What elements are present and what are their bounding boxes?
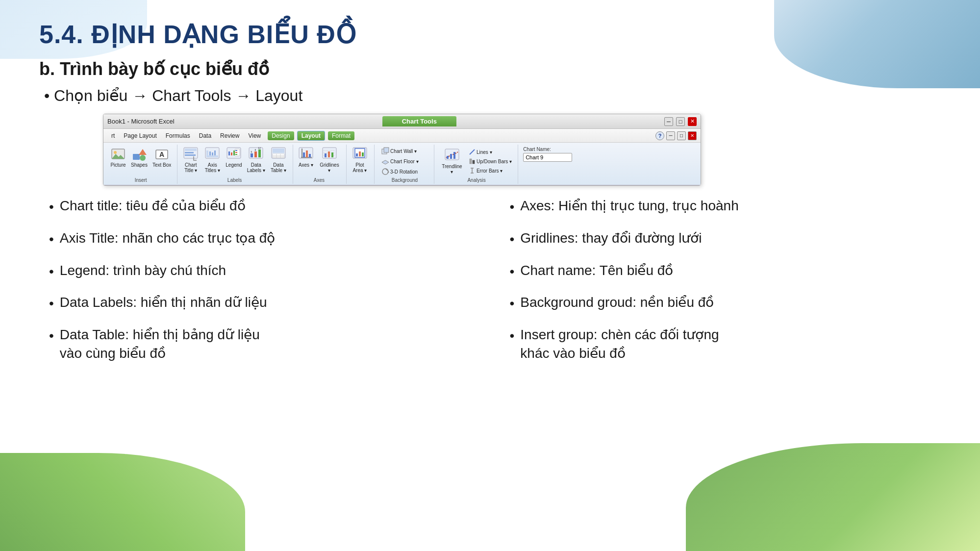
bullet-right-3-text: Chart name: Tên biểu đồ bbox=[520, 261, 673, 280]
svg-rect-17 bbox=[214, 150, 216, 155]
svg-text:8: 8 bbox=[255, 149, 256, 151]
svg-rect-15 bbox=[209, 151, 211, 155]
menu-item-layout[interactable]: Layout bbox=[297, 131, 325, 141]
ribbon-group-axes: Axes ▾ bbox=[294, 145, 347, 184]
svg-rect-55 bbox=[359, 151, 361, 156]
ribbon-group-plotarea: PlotArea ▾ bbox=[348, 145, 375, 184]
trendline-label: Trendline ▾ bbox=[441, 164, 463, 175]
svg-rect-22 bbox=[235, 154, 237, 155]
updown-bars-button[interactable]: Up/Down Bars ▾ bbox=[467, 157, 514, 166]
axes-buttons: Axes ▾ bbox=[296, 145, 342, 176]
menu-item-page-layout[interactable]: Page Layout bbox=[120, 131, 160, 140]
svg-rect-20 bbox=[235, 150, 237, 151]
trendline-button[interactable]: Trendline ▾ bbox=[439, 146, 465, 176]
svg-rect-68 bbox=[473, 160, 475, 164]
plot-area-button[interactable]: PlotArea ▾ bbox=[350, 146, 370, 174]
restore-ribbon-btn[interactable]: □ bbox=[677, 131, 686, 140]
svg-rect-54 bbox=[356, 153, 358, 156]
svg-marker-61 bbox=[387, 171, 389, 173]
chart-name-input[interactable] bbox=[523, 153, 572, 162]
svg-rect-56 bbox=[362, 152, 364, 156]
gridlines-button[interactable]: Gridlines ▾ bbox=[317, 146, 342, 174]
minimize-btn[interactable]: ─ bbox=[664, 117, 673, 126]
menu-item-rt[interactable]: rt bbox=[107, 131, 119, 140]
svg-rect-28 bbox=[254, 151, 257, 157]
window-title: Book1 - Microsoft Excel bbox=[107, 118, 175, 125]
bullet-dot-r5: • bbox=[510, 326, 515, 345]
menu-item-formulas[interactable]: Formulas bbox=[162, 131, 194, 140]
data-labels-icon: 5 8 12 bbox=[248, 147, 264, 162]
svg-rect-29 bbox=[258, 150, 261, 157]
updown-bars-label: Up/Down Bars ▾ bbox=[477, 159, 512, 164]
picture-button[interactable]: Picture bbox=[108, 146, 128, 169]
bullet-right-4-text: Background groud: nền biểu đồ bbox=[520, 293, 714, 312]
insert-group-label: Insert bbox=[135, 177, 147, 184]
svg-rect-34 bbox=[273, 149, 284, 153]
window-controls: ─ □ ✕ bbox=[664, 117, 697, 126]
svg-text:A: A bbox=[159, 150, 164, 158]
menu-item-view[interactable]: View bbox=[244, 131, 265, 140]
menu-item-format[interactable]: Format bbox=[328, 131, 354, 140]
plot-area-label: PlotArea ▾ bbox=[352, 162, 367, 173]
plot-area-icon bbox=[352, 147, 368, 162]
analysis-items: Trendline ▾ Lines ▾ bbox=[439, 145, 514, 176]
chart-wall-button[interactable]: Chart Wall ▾ bbox=[379, 146, 430, 156]
error-bars-button[interactable]: Error Bars ▾ bbox=[467, 166, 514, 175]
legend-button[interactable]: Legend bbox=[224, 146, 244, 169]
menu-item-review[interactable]: Review bbox=[216, 131, 243, 140]
bullet-left-2: • Axis Title: nhãn cho các trục tọa độ bbox=[49, 229, 480, 249]
data-labels-button[interactable]: 5 8 12 DataLabels ▾ bbox=[245, 146, 267, 174]
svg-rect-58 bbox=[384, 148, 389, 152]
menu-item-design[interactable]: Design bbox=[268, 131, 294, 140]
bg-decoration-bottom-left bbox=[0, 453, 245, 551]
bullet-right-5: • Insert group: chèn các đối tượngkhác v… bbox=[510, 326, 941, 363]
chart-floor-label: Chart Floor ▾ bbox=[390, 159, 419, 164]
chart-floor-icon bbox=[381, 157, 389, 165]
close-ribbon-btn[interactable]: ✕ bbox=[688, 131, 697, 140]
chart-floor-button[interactable]: Chart Floor ▾ bbox=[379, 156, 430, 166]
svg-rect-50 bbox=[328, 151, 330, 157]
svg-rect-43 bbox=[306, 150, 308, 157]
bullet-dot-1: • bbox=[49, 198, 54, 216]
svg-rect-49 bbox=[325, 153, 327, 157]
background-items: Chart Wall ▾ Chart Floor ▾ bbox=[379, 145, 430, 176]
gridlines-label: Gridlines ▾ bbox=[319, 162, 340, 173]
3d-rotation-button[interactable]: 3-D Rotation bbox=[379, 167, 430, 176]
textbox-label: Text Box bbox=[152, 162, 171, 168]
svg-rect-65 bbox=[453, 152, 455, 159]
plotarea-buttons: PlotArea ▾ bbox=[350, 145, 370, 182]
bullet-dot-r3: • bbox=[510, 262, 515, 281]
axis-titles-button[interactable]: AxisTitles ▾ bbox=[202, 146, 223, 174]
chart-wall-label: Chart Wall ▾ bbox=[390, 149, 417, 154]
bullets-left: • Chart title: tiêu đề của biểu đồ • Axi… bbox=[49, 197, 480, 376]
svg-text:12: 12 bbox=[258, 147, 261, 150]
help-button[interactable]: ? bbox=[655, 131, 664, 140]
bullet-dot-2: • bbox=[49, 230, 54, 249]
chart-title-label: ChartTitle ▾ bbox=[184, 162, 197, 173]
menu-item-data[interactable]: Data bbox=[195, 131, 215, 140]
bullets-container: • Chart title: tiêu đề của biểu đồ • Axi… bbox=[39, 197, 941, 376]
chart-title-button[interactable]: ChartTitle ▾ bbox=[180, 146, 201, 174]
svg-point-5 bbox=[140, 155, 146, 161]
minimize-ribbon-btn[interactable]: ─ bbox=[666, 131, 675, 140]
textbox-button[interactable]: A Text Box bbox=[151, 146, 173, 169]
data-labels-label: DataLabels ▾ bbox=[247, 162, 265, 173]
close-btn[interactable]: ✕ bbox=[688, 117, 697, 126]
labels-buttons: ChartTitle ▾ bbox=[180, 145, 289, 176]
svg-text:5: 5 bbox=[251, 150, 252, 153]
bullet-left-5: • Data Table: hiển thị bảng dữ liệuvào c… bbox=[49, 326, 480, 363]
svg-rect-63 bbox=[447, 156, 449, 159]
svg-rect-64 bbox=[450, 154, 452, 159]
data-table-button[interactable]: DataTable ▾ bbox=[268, 146, 289, 174]
svg-point-60 bbox=[382, 169, 388, 175]
shapes-button[interactable]: Shapes bbox=[129, 146, 150, 169]
restore-btn[interactable]: □ bbox=[676, 117, 685, 126]
lines-button[interactable]: Lines ▾ bbox=[467, 148, 514, 156]
bullet-right-4: • Background groud: nền biểu đồ bbox=[510, 293, 941, 313]
axes-group-label: Axes bbox=[314, 177, 325, 184]
svg-rect-67 bbox=[470, 159, 472, 164]
axes-button[interactable]: Axes ▾ bbox=[296, 146, 316, 169]
updown-bars-icon bbox=[469, 158, 476, 165]
axis-titles-label: AxisTitles ▾ bbox=[205, 162, 220, 173]
picture-icon bbox=[110, 147, 126, 162]
